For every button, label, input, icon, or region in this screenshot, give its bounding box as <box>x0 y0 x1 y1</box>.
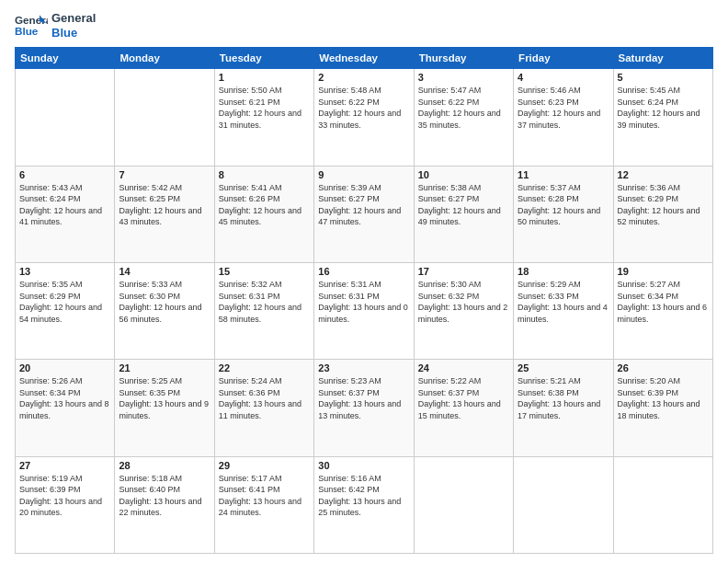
day-number: 9 <box>318 169 409 180</box>
day-number: 17 <box>418 266 509 277</box>
calendar-week-row: 20Sunrise: 5:26 AM Sunset: 6:34 PM Dayli… <box>16 360 713 456</box>
day-info: Sunrise: 5:46 AM Sunset: 6:23 PM Dayligh… <box>518 85 609 131</box>
weekday-header-sunday: Sunday <box>16 48 115 69</box>
day-info: Sunrise: 5:47 AM Sunset: 6:22 PM Dayligh… <box>418 85 509 131</box>
weekday-header-row: SundayMondayTuesdayWednesdayThursdayFrid… <box>16 48 713 69</box>
day-info: Sunrise: 5:18 AM Sunset: 6:40 PM Dayligh… <box>119 473 210 519</box>
header: General Blue General Blue <box>15 11 713 40</box>
day-number: 24 <box>418 362 509 373</box>
day-number: 18 <box>518 266 609 277</box>
day-info: Sunrise: 5:41 AM Sunset: 6:26 PM Dayligh… <box>219 182 310 228</box>
calendar-cell: 28Sunrise: 5:18 AM Sunset: 6:40 PM Dayli… <box>115 456 214 553</box>
day-number: 28 <box>119 460 210 471</box>
day-info: Sunrise: 5:25 AM Sunset: 6:35 PM Dayligh… <box>119 375 210 421</box>
logo-text: General Blue <box>51 11 96 40</box>
calendar-cell: 3Sunrise: 5:47 AM Sunset: 6:22 PM Daylig… <box>414 69 513 166</box>
page: General Blue General Blue SundayMondayTu… <box>0 0 728 563</box>
calendar-cell: 22Sunrise: 5:24 AM Sunset: 6:36 PM Dayli… <box>214 360 313 456</box>
day-number: 11 <box>518 169 609 180</box>
day-info: Sunrise: 5:39 AM Sunset: 6:27 PM Dayligh… <box>318 182 409 228</box>
day-info: Sunrise: 5:29 AM Sunset: 6:33 PM Dayligh… <box>518 279 609 325</box>
day-info: Sunrise: 5:20 AM Sunset: 6:39 PM Dayligh… <box>618 375 709 421</box>
day-info: Sunrise: 5:17 AM Sunset: 6:41 PM Dayligh… <box>219 473 310 519</box>
day-number: 16 <box>318 266 409 277</box>
weekday-header-thursday: Thursday <box>414 48 513 69</box>
calendar-week-row: 1Sunrise: 5:50 AM Sunset: 6:21 PM Daylig… <box>16 69 713 166</box>
day-info: Sunrise: 5:48 AM Sunset: 6:22 PM Dayligh… <box>318 85 409 131</box>
calendar-cell: 1Sunrise: 5:50 AM Sunset: 6:21 PM Daylig… <box>214 69 313 166</box>
day-info: Sunrise: 5:31 AM Sunset: 6:31 PM Dayligh… <box>318 279 409 325</box>
day-number: 25 <box>518 362 609 373</box>
day-number: 15 <box>219 266 310 277</box>
day-info: Sunrise: 5:21 AM Sunset: 6:38 PM Dayligh… <box>518 375 609 421</box>
day-number: 30 <box>318 460 409 471</box>
calendar-cell: 23Sunrise: 5:23 AM Sunset: 6:37 PM Dayli… <box>314 360 414 456</box>
day-info: Sunrise: 5:43 AM Sunset: 6:24 PM Dayligh… <box>19 182 110 228</box>
day-info: Sunrise: 5:33 AM Sunset: 6:30 PM Dayligh… <box>119 279 210 325</box>
calendar-cell <box>115 69 214 166</box>
day-info: Sunrise: 5:38 AM Sunset: 6:27 PM Dayligh… <box>418 182 509 228</box>
day-info: Sunrise: 5:42 AM Sunset: 6:25 PM Dayligh… <box>119 182 210 228</box>
day-info: Sunrise: 5:27 AM Sunset: 6:34 PM Dayligh… <box>618 279 709 325</box>
calendar-cell: 8Sunrise: 5:41 AM Sunset: 6:26 PM Daylig… <box>214 166 313 262</box>
day-number: 13 <box>19 266 110 277</box>
calendar-cell <box>514 456 613 553</box>
calendar-cell: 10Sunrise: 5:38 AM Sunset: 6:27 PM Dayli… <box>414 166 513 262</box>
day-number: 23 <box>318 362 409 373</box>
day-number: 3 <box>418 72 509 83</box>
calendar-cell: 29Sunrise: 5:17 AM Sunset: 6:41 PM Dayli… <box>214 456 313 553</box>
day-number: 12 <box>618 169 709 180</box>
day-info: Sunrise: 5:24 AM Sunset: 6:36 PM Dayligh… <box>219 375 310 421</box>
day-number: 10 <box>418 169 509 180</box>
day-number: 6 <box>19 169 110 180</box>
day-info: Sunrise: 5:22 AM Sunset: 6:37 PM Dayligh… <box>418 375 509 421</box>
calendar-cell: 30Sunrise: 5:16 AM Sunset: 6:42 PM Dayli… <box>314 456 414 553</box>
day-number: 5 <box>618 72 709 83</box>
calendar-cell <box>613 456 712 553</box>
calendar-cell: 13Sunrise: 5:35 AM Sunset: 6:29 PM Dayli… <box>16 262 115 359</box>
calendar-cell: 12Sunrise: 5:36 AM Sunset: 6:29 PM Dayli… <box>613 166 712 262</box>
day-number: 26 <box>618 362 709 373</box>
calendar-cell <box>414 456 513 553</box>
calendar-cell: 24Sunrise: 5:22 AM Sunset: 6:37 PM Dayli… <box>414 360 513 456</box>
day-info: Sunrise: 5:50 AM Sunset: 6:21 PM Dayligh… <box>219 85 310 131</box>
day-number: 20 <box>19 362 110 373</box>
svg-text:Blue: Blue <box>15 24 39 36</box>
calendar-cell: 20Sunrise: 5:26 AM Sunset: 6:34 PM Dayli… <box>16 360 115 456</box>
calendar-cell: 7Sunrise: 5:42 AM Sunset: 6:25 PM Daylig… <box>115 166 214 262</box>
logo-icon: General Blue <box>15 13 48 39</box>
calendar-cell: 26Sunrise: 5:20 AM Sunset: 6:39 PM Dayli… <box>613 360 712 456</box>
day-number: 2 <box>318 72 409 83</box>
day-number: 27 <box>19 460 110 471</box>
calendar-cell: 19Sunrise: 5:27 AM Sunset: 6:34 PM Dayli… <box>613 262 712 359</box>
calendar-cell: 15Sunrise: 5:32 AM Sunset: 6:31 PM Dayli… <box>214 262 313 359</box>
calendar-cell: 6Sunrise: 5:43 AM Sunset: 6:24 PM Daylig… <box>16 166 115 262</box>
day-number: 14 <box>119 266 210 277</box>
day-info: Sunrise: 5:16 AM Sunset: 6:42 PM Dayligh… <box>318 473 409 519</box>
day-info: Sunrise: 5:19 AM Sunset: 6:39 PM Dayligh… <box>19 473 110 519</box>
day-info: Sunrise: 5:36 AM Sunset: 6:29 PM Dayligh… <box>618 182 709 228</box>
calendar-cell: 2Sunrise: 5:48 AM Sunset: 6:22 PM Daylig… <box>314 69 414 166</box>
calendar-cell: 18Sunrise: 5:29 AM Sunset: 6:33 PM Dayli… <box>514 262 613 359</box>
day-number: 4 <box>518 72 609 83</box>
calendar-cell: 14Sunrise: 5:33 AM Sunset: 6:30 PM Dayli… <box>115 262 214 359</box>
day-info: Sunrise: 5:23 AM Sunset: 6:37 PM Dayligh… <box>318 375 409 421</box>
calendar-cell: 17Sunrise: 5:30 AM Sunset: 6:32 PM Dayli… <box>414 262 513 359</box>
weekday-header-friday: Friday <box>514 48 613 69</box>
day-info: Sunrise: 5:30 AM Sunset: 6:32 PM Dayligh… <box>418 279 509 325</box>
calendar-cell: 11Sunrise: 5:37 AM Sunset: 6:28 PM Dayli… <box>514 166 613 262</box>
day-number: 1 <box>219 72 310 83</box>
calendar-week-row: 27Sunrise: 5:19 AM Sunset: 6:39 PM Dayli… <box>16 456 713 553</box>
calendar-cell: 25Sunrise: 5:21 AM Sunset: 6:38 PM Dayli… <box>514 360 613 456</box>
logo: General Blue General Blue <box>15 11 96 40</box>
calendar-week-row: 13Sunrise: 5:35 AM Sunset: 6:29 PM Dayli… <box>16 262 713 359</box>
weekday-header-saturday: Saturday <box>613 48 712 69</box>
calendar-cell: 16Sunrise: 5:31 AM Sunset: 6:31 PM Dayli… <box>314 262 414 359</box>
weekday-header-tuesday: Tuesday <box>214 48 313 69</box>
weekday-header-monday: Monday <box>115 48 214 69</box>
calendar-cell: 5Sunrise: 5:45 AM Sunset: 6:24 PM Daylig… <box>613 69 712 166</box>
calendar-cell: 4Sunrise: 5:46 AM Sunset: 6:23 PM Daylig… <box>514 69 613 166</box>
day-info: Sunrise: 5:35 AM Sunset: 6:29 PM Dayligh… <box>19 279 110 325</box>
day-number: 19 <box>618 266 709 277</box>
day-number: 21 <box>119 362 210 373</box>
